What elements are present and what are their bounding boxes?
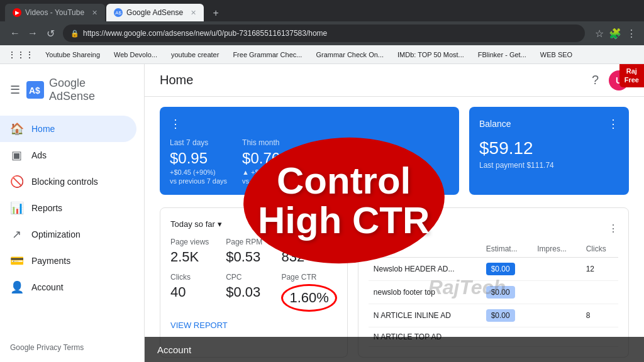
ad-clicks-1: 12 [581, 258, 618, 281]
ad-table-header-row: Estimat... Impres... Clicks [369, 241, 618, 258]
ad-name-3: N ARTICLE INLINE AD [369, 304, 481, 327]
earnings-7days-amount: $0.95 [170, 150, 227, 167]
stats-card-menu[interactable]: ⋮ [327, 218, 337, 230]
browser-chrome: ▶ Videos - YouTube ✕ A$ Google AdSense ✕… [0, 0, 644, 45]
adsense-favicon: A$ [114, 8, 123, 17]
table-row: Newslob HEADER AD... $0.00 12 [369, 258, 618, 281]
help-icon[interactable]: ? [592, 73, 599, 87]
earnings-month-change: ▲ +$0.46 (+153%) [242, 168, 317, 176]
sidebar-header: ☰ A$ Google AdSense [0, 69, 144, 111]
forward-button[interactable]: → [25, 26, 40, 41]
ad-units-period-arrow[interactable]: ▾ [412, 229, 416, 238]
reports-label: Reports [31, 203, 62, 213]
extensions-icon[interactable]: 🧩 [609, 28, 621, 40]
ad-earning-3: $0.00 [481, 304, 533, 327]
sidebar-item-blocking[interactable]: 🚫 Blocking controls [0, 168, 136, 195]
stat-clicks-value: 40 [170, 284, 186, 300]
home-label: Home [31, 124, 55, 134]
reports-icon: 📊 [10, 201, 23, 215]
balance-amount: $59.12 [479, 138, 619, 158]
stat-cpc-label: CPC [226, 273, 274, 282]
earnings-7days-change: +$0.45 (+90%) [170, 168, 227, 176]
stat-impressions: Impressions 832 [281, 238, 336, 265]
sidebar-item-reports[interactable]: 📊 Reports [0, 195, 136, 221]
earnings-7days-period: Last 7 days [170, 138, 227, 147]
balance-subtitle: Last payment $111.74 [479, 161, 619, 170]
sidebar: ☰ A$ Google AdSense 🏠 Home ▣ Ads 🚫 Block… [0, 64, 145, 362]
blocking-icon: 🚫 [10, 175, 23, 189]
bookmark-icon[interactable]: ☆ [595, 28, 604, 40]
col-name [369, 241, 481, 258]
earnings-month-amount: $0.76 [242, 150, 317, 167]
balance-card-menu[interactable]: ⋮ [608, 117, 619, 131]
stats-period: Today so far ▾ [170, 218, 222, 230]
earnings-card-header: ⋮ [170, 117, 449, 131]
earnings-month-change-label: vs same period last year [242, 177, 317, 185]
nav-buttons: ← → ↺ [8, 26, 58, 41]
ad-units-menu[interactable]: ⋮ [608, 222, 618, 234]
address-bar: ← → ↺ 🔒 https://www.google.com/adsense/n… [0, 21, 644, 45]
ad-impressions-2 [532, 281, 580, 304]
view-report-link[interactable]: VIEW REPORT [170, 321, 228, 330]
svg-text:A$: A$ [29, 85, 40, 96]
earnings-card-menu[interactable]: ⋮ [170, 117, 181, 131]
tab-adsense[interactable]: A$ Google AdSense ✕ [106, 4, 204, 21]
stats-grid: Page views 2.5K Page RPM $0.53 Impressio… [170, 238, 337, 312]
stat-pageviews-value: 2.5K [170, 249, 199, 265]
top-bar: Home ? U [145, 64, 644, 97]
sidebar-nav: 🏠 Home ▣ Ads 🚫 Blocking controls 📊 Repor… [0, 111, 144, 305]
ad-impressions-3 [532, 304, 580, 327]
bookmark-grammar2[interactable]: Grammar Check On... [311, 50, 389, 60]
bottom-banner: Account [145, 337, 644, 362]
main-content: Home ? U ⋮ Last 7 days $0.95 [145, 64, 644, 362]
ad-units-table: Estimat... Impres... Clicks Newslob HEAD… [369, 241, 618, 347]
ad-earning-2: $0.00 [481, 281, 533, 304]
ad-name-2: newslob footer top [369, 281, 481, 304]
menu-icon[interactable]: ⋮ [626, 28, 636, 40]
ad-units-period: Today so far ▾ [369, 229, 416, 238]
stat-cpc-value: $0.03 [226, 284, 260, 300]
sidebar-item-home[interactable]: 🏠 Home [0, 116, 136, 142]
back-button[interactable]: ← [8, 26, 23, 41]
optimization-label: Optimization [31, 229, 80, 239]
bookmark-grammar1[interactable]: Free Grammar Chec... [228, 50, 307, 60]
hamburger-menu[interactable]: ☰ [10, 83, 20, 97]
earnings-7days-change-label: vs previous 7 days [170, 177, 227, 185]
stat-impressions-label: Impressions [281, 238, 336, 246]
bookmark-webseo[interactable]: WEB SEO [535, 50, 577, 60]
stat-pagerpm-label: Page RPM [226, 238, 274, 246]
stats-period-arrow[interactable]: ▾ [218, 219, 222, 229]
youtube-favicon: ▶ [13, 8, 21, 17]
ad-name-1: Newslob HEADER AD... [369, 258, 481, 281]
ad-earning-1: $0.00 [481, 258, 533, 281]
url-box[interactable]: 🔒 https://www.google.com/adsense/new/u/0… [63, 25, 585, 42]
bookmark-fblinker[interactable]: FBlinker - Get... [473, 50, 531, 60]
stat-ctr: Page CTR 1.60% [281, 273, 336, 312]
youtube-tab-close[interactable]: ✕ [92, 9, 97, 17]
adsense-tab-close[interactable]: ✕ [191, 9, 196, 17]
bookmark-youtube-sharing[interactable]: Youtube Shareing [40, 50, 105, 60]
apps-icon[interactable]: ⋮⋮⋮ [8, 50, 34, 60]
ad-units-header: Ad units Today so far ▾ ⋮ [369, 218, 618, 238]
blocking-label: Blocking controls [31, 177, 98, 187]
stat-pageviews-label: Page views [170, 238, 218, 246]
reload-button[interactable]: ↺ [43, 26, 58, 41]
bookmark-imdb[interactable]: IMDb: TOP 50 Most... [392, 50, 469, 60]
earnings-month-period: This month [242, 138, 317, 147]
sidebar-footer: Google Privacy Terms [0, 338, 145, 357]
ad-impressions-1 [532, 258, 580, 281]
new-tab-button[interactable]: + [208, 5, 224, 21]
lock-icon: 🔒 [70, 30, 79, 38]
sidebar-item-payments[interactable]: 💳 Payments [0, 248, 136, 274]
tab-youtube[interactable]: ▶ Videos - YouTube ✕ [5, 4, 105, 21]
bookmark-yt-creator[interactable]: youtube creater [166, 50, 224, 60]
stat-clicks-label: Clicks [170, 273, 218, 282]
sidebar-item-ads[interactable]: ▣ Ads [0, 142, 136, 168]
balance-card-header: Balance ⋮ [479, 117, 619, 131]
bookmark-web-dev[interactable]: Web Devolo... [109, 50, 162, 60]
sidebar-item-account[interactable]: 👤 Account [0, 274, 136, 300]
stat-pagerpm: Page RPM $0.53 [226, 238, 274, 265]
ad-clicks-2 [581, 281, 618, 304]
sidebar-item-optimization[interactable]: ↗ Optimization [0, 221, 136, 248]
bookmarks-bar: ⋮⋮⋮ Youtube Shareing Web Devolo... youtu… [0, 45, 644, 64]
